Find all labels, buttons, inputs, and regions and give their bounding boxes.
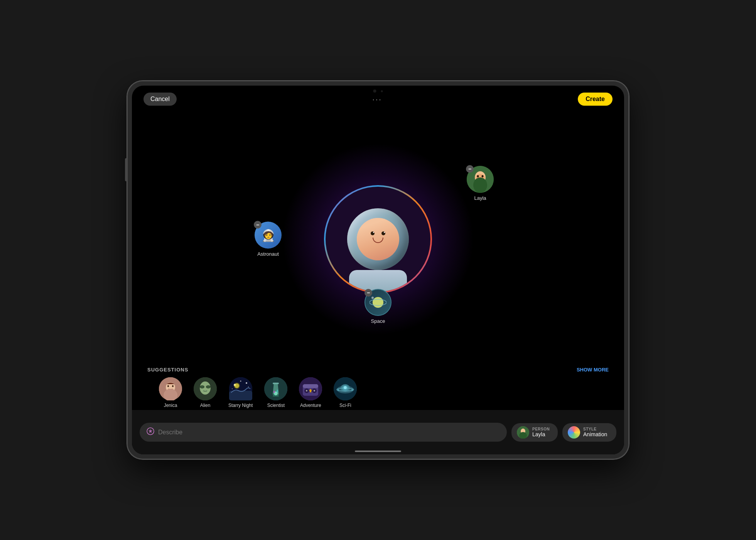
svg-point-4	[482, 175, 484, 177]
starry-night-icon[interactable]	[229, 377, 252, 400]
svg-point-34	[277, 390, 278, 393]
person-pill-label: PERSON	[532, 427, 550, 431]
show-more-button[interactable]: SHOW MORE	[577, 367, 609, 373]
smile	[373, 238, 383, 243]
suggestions-list: Jenica Al	[147, 377, 609, 408]
suggestion-jenica[interactable]: Jenica	[159, 377, 182, 408]
visor	[357, 218, 399, 260]
alien-label: Alien	[200, 403, 211, 408]
left-eye	[371, 231, 375, 235]
adventure-label: Adventure	[300, 403, 321, 408]
scientist-icon[interactable]	[264, 377, 287, 400]
space-minus-badge[interactable]: −	[364, 289, 372, 297]
svg-rect-35	[273, 383, 279, 384]
style-pill-label: STYLE	[583, 427, 607, 431]
jenica-icon[interactable]	[159, 377, 182, 400]
person-avatar-small	[517, 426, 529, 439]
space-orbit-label: Space	[371, 318, 385, 324]
starry-night-svg	[229, 377, 252, 400]
alien-svg	[194, 377, 217, 400]
more-dots[interactable]: ···	[372, 95, 382, 104]
scifi-label: Sci-Fi	[339, 403, 351, 408]
svg-point-25	[248, 386, 249, 387]
svg-rect-38	[303, 384, 318, 388]
svg-point-28	[235, 383, 239, 388]
central-avatar-container: − 🧑‍🚀 Astronaut −	[324, 185, 432, 293]
describe-input-container[interactable]	[140, 423, 507, 442]
suggestion-scientist[interactable]: Scientist	[264, 377, 287, 408]
person-avatar-svg	[517, 426, 529, 439]
describe-input[interactable]	[158, 429, 500, 436]
person-pill-text: PERSON Layla	[532, 427, 550, 437]
svg-point-3	[477, 175, 479, 177]
suggestion-adventure[interactable]: Adventure	[299, 377, 322, 408]
central-avatar-ring[interactable]	[324, 185, 432, 293]
describe-icon	[147, 427, 154, 437]
layla-orbit-label: Layla	[474, 195, 486, 201]
jenica-label: Jenica	[164, 403, 177, 408]
layla-minus-badge[interactable]: −	[466, 165, 474, 173]
ai-sparkle-icon	[147, 427, 154, 435]
scifi-svg	[334, 377, 357, 400]
svg-point-33	[273, 391, 275, 393]
adventure-svg	[299, 377, 322, 400]
svg-point-52	[351, 389, 353, 391]
style-pill-value: Animation	[583, 431, 607, 437]
jenica-svg	[159, 377, 182, 400]
top-bar: Cancel ··· Create	[132, 86, 624, 113]
svg-point-8	[371, 297, 374, 299]
cancel-button[interactable]: Cancel	[143, 93, 177, 106]
side-button[interactable]	[125, 158, 127, 181]
helmet	[347, 208, 409, 270]
svg-point-26	[232, 388, 233, 389]
scientist-label: Scientist	[267, 403, 285, 408]
svg-rect-44	[310, 391, 311, 392]
main-content: − 🧑‍🚀 Astronaut −	[132, 113, 624, 366]
svg-point-24	[240, 381, 241, 382]
create-button[interactable]: Create	[578, 93, 613, 106]
person-pill[interactable]: PERSON Layla	[511, 423, 558, 442]
suggestions-title: SUGGESTIONS	[147, 367, 188, 373]
orbit-item-astronaut[interactable]: − 🧑‍🚀 Astronaut	[255, 222, 282, 257]
suggestions-header: SUGGESTIONS SHOW MORE	[147, 367, 609, 373]
style-pill[interactable]: STYLE Animation	[562, 423, 616, 442]
suggestions-bar: SUGGESTIONS SHOW MORE	[132, 367, 624, 408]
style-globe-icon	[568, 426, 580, 439]
astronaut-orbit-icon[interactable]: − 🧑‍🚀	[255, 222, 282, 249]
scifi-icon[interactable]	[334, 377, 357, 400]
space-planet-svg	[370, 294, 386, 311]
svg-point-5	[473, 177, 487, 193]
scientist-svg	[264, 377, 287, 400]
svg-rect-21	[229, 391, 252, 400]
eyes	[371, 231, 385, 235]
svg-point-18	[201, 386, 204, 388]
bottom-bar: PERSON Layla STYLE Animation	[132, 410, 624, 454]
suggestion-starry-night[interactable]: Starry Night	[228, 377, 253, 408]
orbit-item-space[interactable]: − Space	[364, 289, 392, 324]
right-eye	[381, 231, 385, 235]
svg-point-11	[167, 385, 169, 387]
svg-point-23	[246, 382, 247, 384]
style-pill-text: STYLE Animation	[583, 427, 607, 437]
adventure-icon[interactable]	[299, 377, 322, 400]
home-indicator	[355, 451, 401, 452]
central-avatar-inner	[326, 187, 430, 292]
alien-icon[interactable]	[194, 377, 217, 400]
space-orbit-icon[interactable]: −	[364, 289, 392, 316]
ipad-frame: Cancel ··· Create	[127, 81, 629, 459]
starry-night-label: Starry Night	[228, 403, 253, 408]
suit-body	[349, 270, 407, 292]
face	[357, 218, 399, 260]
svg-point-42	[306, 390, 307, 392]
svg-point-50	[344, 386, 347, 389]
suggestion-scifi[interactable]: Sci-Fi	[334, 377, 357, 408]
svg-point-43	[314, 390, 315, 392]
person-pill-value: Layla	[532, 431, 550, 437]
screen: Cancel ··· Create	[132, 86, 624, 454]
orbit-item-layla[interactable]: −	[467, 166, 494, 201]
suggestion-alien[interactable]: Alien	[194, 377, 217, 408]
minus-badge[interactable]: −	[254, 221, 262, 229]
svg-point-51	[338, 389, 339, 391]
layla-orbit-icon[interactable]: −	[467, 166, 494, 193]
astronaut-orbit-label: Astronaut	[257, 251, 279, 257]
